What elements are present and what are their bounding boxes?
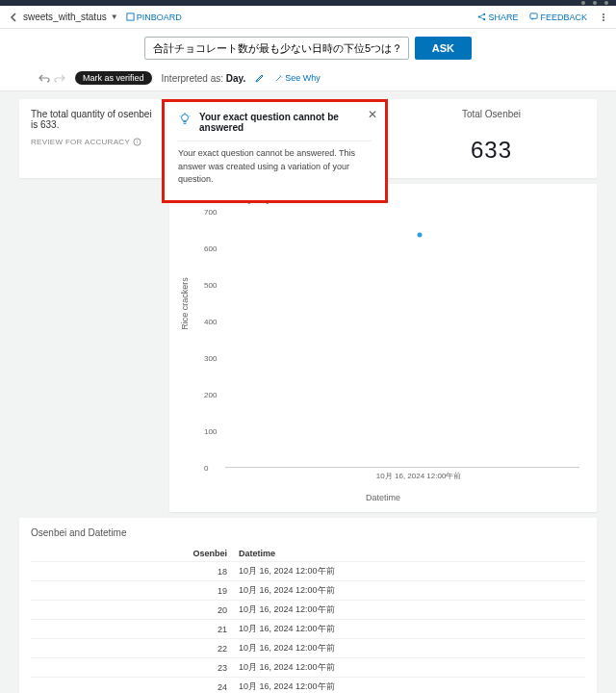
ask-button[interactable]: ASK xyxy=(415,37,472,60)
breadcrumb-label: sweets_with_status xyxy=(23,12,107,22)
table-row[interactable]: 2410月 16, 2024 12:00午前 xyxy=(31,678,585,694)
chart-panel: Total Osenbei by day Rice crackers 01002… xyxy=(169,184,597,512)
data-point[interactable] xyxy=(418,233,423,238)
chart-area: Rice crackers 0100200300400500600700 10月… xyxy=(198,212,585,491)
total-value: 633 xyxy=(398,137,585,164)
y-tick: 500 xyxy=(204,281,217,290)
x-tick: 10月 16, 2024 12:00午前 xyxy=(376,471,462,481)
svg-rect-0 xyxy=(127,13,134,20)
interpretation-row: Mark as verified Interpreted as: Day. Se… xyxy=(0,67,616,91)
table-row[interactable]: 2010月 16, 2024 12:00午前 xyxy=(31,601,585,620)
table-header[interactable]: Osenbei xyxy=(31,546,233,562)
pinboard-link[interactable]: PINBOARD xyxy=(126,13,182,22)
review-accuracy[interactable]: REVIEW FOR ACCURACY i xyxy=(31,138,152,146)
data-table: OsenbeiDatetime 1810月 16, 2024 12:00午前19… xyxy=(31,546,585,693)
feedback-link[interactable]: FEEDBACK xyxy=(529,13,587,22)
wand-icon xyxy=(274,74,283,83)
redo-icon[interactable] xyxy=(54,73,65,83)
x-axis-label: Datetime xyxy=(181,493,585,502)
svg-point-6 xyxy=(603,16,604,18)
day-panel: Day Datet 10/ ✕ Your exact question cann… xyxy=(169,99,380,178)
y-tick: 200 xyxy=(204,391,217,399)
y-tick: 300 xyxy=(204,354,217,363)
feedback-label: FEEDBACK xyxy=(540,13,587,22)
table-panel: Osenbei and Datetime OsenbeiDatetime 181… xyxy=(19,518,597,693)
svg-text:i: i xyxy=(137,139,138,144)
table-row[interactable]: 2210月 16, 2024 12:00午前 xyxy=(31,639,585,658)
topbar-dot xyxy=(593,1,597,5)
table-row[interactable]: 2310月 16, 2024 12:00午前 xyxy=(31,658,585,678)
pencil-icon[interactable] xyxy=(255,73,265,83)
total-panel: Total Osenbei 633 xyxy=(386,99,597,178)
y-axis-label: Rice crackers xyxy=(180,277,190,330)
table-row[interactable]: 2110月 16, 2024 12:00午前 xyxy=(31,620,585,639)
alert-popup: ✕ Your exact question cannot be answered… xyxy=(162,99,388,203)
content-grid: The total quantity of osenbei is 633. RE… xyxy=(0,91,616,693)
total-title: Total Osenbei xyxy=(398,109,585,119)
popup-body: Your exact question cannot be answered. … xyxy=(178,141,372,187)
undo-icon[interactable] xyxy=(38,73,50,83)
share-label: SHARE xyxy=(488,13,518,22)
y-tick: 0 xyxy=(204,464,208,473)
close-icon[interactable]: ✕ xyxy=(368,108,377,121)
pinboard-icon xyxy=(126,13,135,21)
header-bar: sweets_with_status ▼ PINBOARD SHARE FEED… xyxy=(0,6,616,29)
popup-title: Your exact question cannot be answered xyxy=(199,112,372,133)
svg-point-5 xyxy=(603,13,604,15)
see-why-link[interactable]: See Why xyxy=(274,73,321,83)
share-link[interactable]: SHARE xyxy=(477,13,518,22)
svg-point-10 xyxy=(182,115,189,121)
menu-icon[interactable] xyxy=(599,13,608,22)
table-row[interactable]: 1910月 16, 2024 12:00午前 xyxy=(31,581,585,601)
y-tick: 600 xyxy=(204,244,217,253)
y-tick: 700 xyxy=(204,208,217,217)
svg-rect-4 xyxy=(530,13,537,18)
chevron-down-icon[interactable]: ▼ xyxy=(111,13,118,21)
chart-plot xyxy=(225,212,579,468)
feedback-icon xyxy=(529,13,538,21)
svg-point-7 xyxy=(603,19,604,21)
y-tick: 400 xyxy=(204,318,217,326)
topbar-dot xyxy=(581,1,585,5)
topbar-dot xyxy=(604,1,608,5)
table-title: Osenbei and Datetime xyxy=(31,527,585,538)
search-row: ASK xyxy=(0,29,616,67)
back-icon[interactable] xyxy=(8,12,19,23)
table-header[interactable]: Datetime xyxy=(233,546,585,562)
pinboard-label: PINBOARD xyxy=(137,13,182,22)
summary-panel: The total quantity of osenbei is 633. RE… xyxy=(19,99,164,178)
info-icon: i xyxy=(133,138,141,146)
verified-badge[interactable]: Mark as verified xyxy=(75,71,152,85)
lightbulb-icon xyxy=(178,113,192,126)
interpretation-text: Interpreted as: Day. xyxy=(162,73,246,84)
share-icon xyxy=(477,13,486,21)
search-input[interactable] xyxy=(144,37,409,60)
summary-text: The total quantity of osenbei is 633. xyxy=(31,109,152,130)
breadcrumb[interactable]: sweets_with_status ▼ xyxy=(23,12,118,22)
y-tick: 100 xyxy=(204,427,217,436)
table-row[interactable]: 1810月 16, 2024 12:00午前 xyxy=(31,562,585,581)
